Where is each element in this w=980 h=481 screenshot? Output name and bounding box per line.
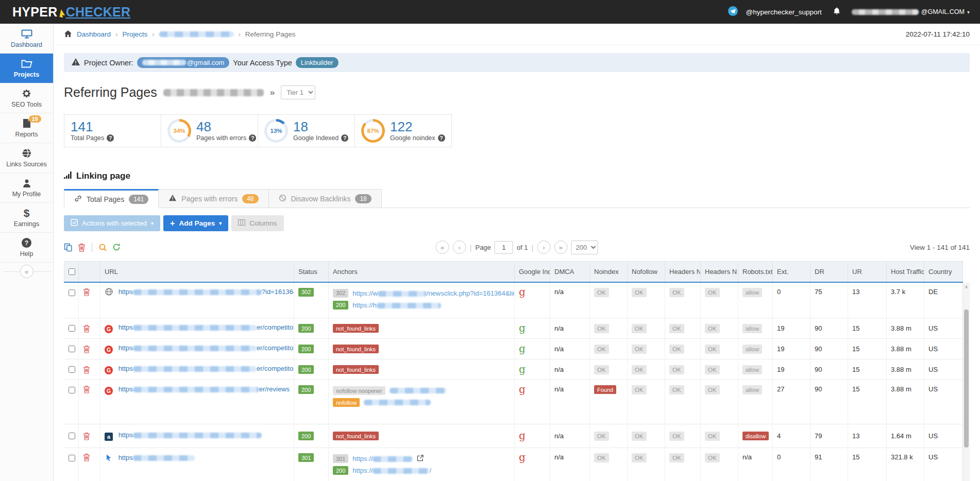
anchor-link[interactable]: https:///	[352, 467, 431, 474]
anchor-link[interactable]: https://w/newsclick.php?id=161364&lin	[352, 289, 514, 297]
anchor-link[interactable]: https://h	[352, 301, 441, 309]
prev-page-button[interactable]: ‹	[453, 240, 466, 254]
sidebar-item-links-sources[interactable]: Links Sources	[0, 143, 53, 173]
site-favicon-g: G	[105, 325, 113, 333]
refresh-icon[interactable]	[112, 243, 121, 251]
row-checkbox[interactable]	[69, 455, 75, 461]
delete-row-icon[interactable]	[83, 324, 96, 333]
page-url-link[interactable]: httpser/competitors/al	[119, 365, 294, 372]
scrollbar-thumb[interactable]	[964, 310, 969, 448]
robots-badge: allow	[742, 385, 762, 394]
column-header-headers-1[interactable]: Headers N	[665, 262, 701, 282]
page-size-select[interactable]: 200	[571, 240, 598, 254]
last-page-button[interactable]: »	[554, 240, 567, 254]
next-page-button[interactable]: ›	[537, 240, 550, 254]
tab-disavow-backlinks[interactable]: Disavow Backlinks 18	[269, 189, 382, 208]
redacted-project-name	[159, 31, 234, 37]
column-header-status[interactable]: Status	[294, 262, 329, 282]
sidebar-item-projects[interactable]: Projects	[0, 54, 53, 83]
sidebar-item-dashboard[interactable]: Dashboard	[0, 24, 53, 54]
select-all-checkbox[interactable]	[69, 268, 75, 275]
column-header-url[interactable]: URL	[100, 262, 294, 282]
delete-row-icon[interactable]	[83, 288, 96, 296]
column-header-dr[interactable]: DR	[810, 262, 848, 282]
country-value: US	[924, 424, 963, 448]
search-icon[interactable]	[98, 243, 107, 252]
sidebar-item-reports[interactable]: 19 Reports	[0, 113, 53, 143]
page-url-link[interactable]: https	[119, 431, 262, 439]
help-icon[interactable]: ?	[341, 134, 348, 142]
column-header-nofollow[interactable]: Nofollow	[628, 262, 665, 282]
app-logo[interactable]: HYPER CHECKER	[12, 5, 130, 20]
anchor-link[interactable]: https://	[352, 455, 413, 462]
question-mark-icon: ?	[22, 238, 31, 248]
table-row: https 301 301https:// 200https:/// g n/a…	[64, 448, 963, 481]
breadcrumb-projects[interactable]: Projects	[122, 30, 147, 38]
status-badge: 301	[298, 453, 314, 462]
row-checkbox[interactable]	[69, 289, 75, 296]
row-checkbox[interactable]	[69, 325, 75, 332]
anchor-rel-badge: nofollow	[333, 398, 360, 407]
delete-row-icon[interactable]	[83, 385, 96, 393]
logo-text-checker: CHECKER	[66, 5, 131, 20]
account-menu[interactable]: @GMAIL.COM ▾	[852, 8, 970, 15]
row-checkbox[interactable]	[69, 387, 75, 393]
sidebar-collapse-button[interactable]: «	[20, 265, 33, 278]
warning-icon	[168, 194, 177, 203]
sidebar-item-help[interactable]: ? Help	[0, 233, 53, 263]
external-link-icon[interactable]	[417, 455, 424, 463]
sidebar-item-seo-tools[interactable]: SEO Tools	[0, 83, 53, 113]
column-header-ext[interactable]: Ext.	[773, 262, 810, 282]
breadcrumb-dashboard[interactable]: Dashboard	[77, 30, 111, 38]
page-url-link[interactable]: https	[119, 454, 195, 461]
column-header-ur[interactable]: UR	[848, 262, 887, 282]
column-header-headers-2[interactable]: Headers N	[701, 262, 738, 282]
help-icon[interactable]: ?	[107, 134, 114, 142]
sidebar-item-label: Dashboard	[11, 41, 42, 48]
column-header-google-indexed[interactable]: Google Ind	[515, 262, 550, 282]
column-header-noindex[interactable]: Noindex	[590, 262, 628, 282]
tab-pages-with-errors[interactable]: Pages with errors 48	[159, 189, 268, 208]
tier-select[interactable]: Tier 1	[281, 85, 315, 99]
delete-row-icon[interactable]	[83, 453, 96, 461]
page-url-link[interactable]: httpser/reviews	[119, 385, 290, 393]
dr-value: 75	[810, 282, 848, 318]
ext-value: 27	[773, 380, 810, 424]
first-page-button[interactable]: «	[436, 240, 449, 254]
notifications-bell-icon[interactable]	[833, 7, 841, 17]
delete-row-icon[interactable]	[83, 366, 96, 374]
add-pages-button[interactable]: + Add Pages ▾	[163, 215, 228, 231]
trash-icon[interactable]	[78, 243, 86, 252]
tab-total-pages[interactable]: Total Pages 141	[64, 189, 159, 208]
sidebar-item-earnings[interactable]: $ Earnings	[0, 203, 53, 233]
column-header-dmca[interactable]: DMCA	[550, 262, 590, 282]
help-icon[interactable]: ?	[249, 134, 256, 142]
row-checkbox[interactable]	[69, 346, 75, 352]
scroll-up-icon[interactable]: ∧	[963, 283, 970, 291]
actions-with-selected-button[interactable]: Actions with selected ▾	[64, 215, 160, 231]
row-checkbox[interactable]	[69, 433, 75, 439]
delete-row-icon[interactable]	[83, 345, 96, 353]
column-header-robots[interactable]: Robots.txt	[738, 262, 773, 282]
sidebar-item-label: Projects	[14, 71, 39, 78]
sidebar-item-my-profile[interactable]: My Profile	[0, 173, 53, 203]
row-checkbox[interactable]	[69, 366, 75, 373]
delete-row-icon[interactable]	[83, 432, 96, 440]
columns-button[interactable]: Columns	[231, 215, 283, 231]
table-scrollbar[interactable]: ∧	[962, 283, 970, 481]
page-number-input[interactable]	[495, 241, 513, 254]
noindex-badge: OK	[594, 345, 609, 354]
column-header-anchors[interactable]: Anchors	[329, 262, 515, 282]
column-header-host-traffic[interactable]: Host Traffic	[887, 262, 924, 282]
breadcrumb-current: Referring Pages	[245, 30, 296, 38]
page-url-link[interactable]: httpser/competitors/al	[119, 323, 294, 331]
table-row: G httpser/reviews 200 nofollow noopener …	[64, 380, 963, 424]
home-icon[interactable]	[64, 30, 72, 39]
page-url-link[interactable]: httpser/competitors/al	[119, 344, 294, 352]
column-header-country[interactable]: Country	[924, 262, 963, 282]
owner-email-pill: @gmail.com	[137, 57, 229, 68]
help-icon[interactable]: ?	[438, 134, 445, 142]
support-link[interactable]: @hyperchecker_support	[746, 8, 821, 16]
page-url-link[interactable]: https?id=161364&link	[119, 288, 294, 296]
copy-icon[interactable]	[64, 243, 73, 252]
